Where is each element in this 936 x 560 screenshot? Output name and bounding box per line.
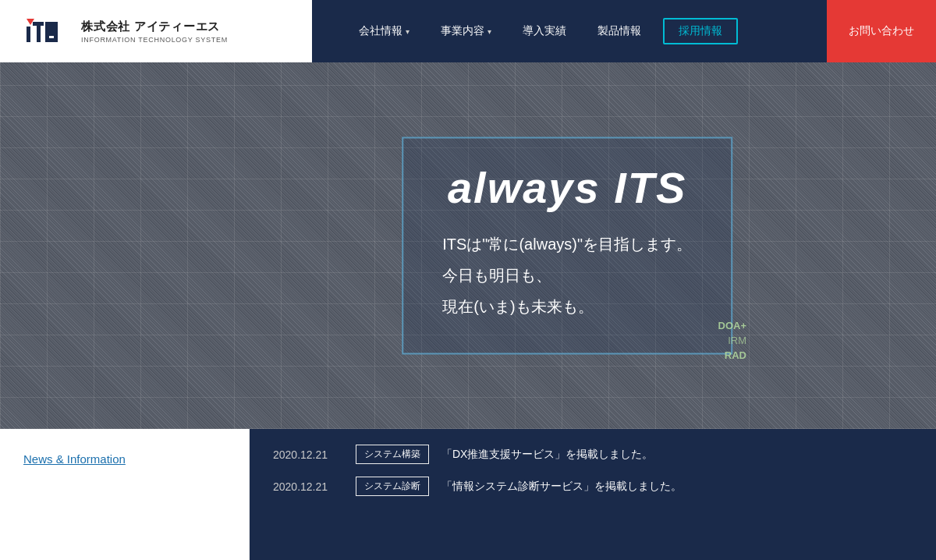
hero-section: always ITS ITSは"常に(always)"を目指します。 今日も明日…: [0, 62, 936, 429]
hero-box: always ITS ITSは"常に(always)"を目指します。 今日も明日…: [402, 137, 732, 355]
header: 株式会社 アイティーエス INFORMATION TECHNOLOGY SYST…: [0, 0, 936, 62]
hero-title: always ITS: [442, 162, 692, 213]
hero-content: always ITS ITSは"常に(always)"を目指します。 今日も明日…: [402, 137, 732, 355]
chevron-down-icon: ▾: [406, 27, 410, 36]
news-content: 2020.12.21 システム構築 「DX推進支援サービス」を掲載しました。 2…: [250, 429, 936, 560]
svg-rect-1: [27, 27, 30, 42]
logo-icon: [23, 16, 72, 47]
hero-line3: 現在(いま)も未来も。: [442, 291, 692, 322]
hero-line1: ITSは"常に(always)"を目指します。: [442, 229, 692, 260]
nav-contact-button[interactable]: お問い合わせ: [827, 0, 936, 62]
nav-item-company[interactable]: 会社情報 ▾: [343, 0, 425, 62]
svg-rect-3: [37, 26, 41, 42]
company-subtitle: INFORMATION TECHNOLOGY SYSTEM: [81, 36, 228, 44]
main-nav: 会社情報 ▾ 事業内容 ▾ 導入実績 製品情報 採用情報 お問い合わせ: [312, 0, 936, 62]
nav-item-business[interactable]: 事業内容 ▾: [425, 0, 507, 62]
news-date-1: 2020.12.21: [273, 448, 343, 461]
hero-line2: 今日も明日も、: [442, 260, 692, 291]
company-name: 株式会社 アイティーエス: [81, 19, 228, 34]
news-row-2: 2020.12.21 システム診断 「情報システム診断サービス」を掲載しました。: [273, 477, 913, 496]
hero-tags: DOA+ IRM RAD: [718, 320, 746, 361]
logo-text-block: 株式会社 アイティーエス INFORMATION TECHNOLOGY SYST…: [81, 19, 228, 44]
tag-irm: IRM: [728, 335, 746, 346]
svg-rect-4: [47, 22, 58, 26]
hero-subtitle: ITSは"常に(always)"を目指します。 今日も明日も、 現在(いま)も未…: [442, 229, 692, 322]
news-text-1: 「DX推進支援サービス」を掲載しました。: [441, 448, 653, 462]
logo-area: 株式会社 アイティーエス INFORMATION TECHNOLOGY SYST…: [0, 16, 312, 47]
news-text-2: 「情報システム診断サービス」を掲載しました。: [441, 480, 682, 494]
news-tag-2: システム診断: [356, 477, 429, 496]
news-link[interactable]: News & Information: [23, 452, 126, 466]
nav-item-cases[interactable]: 導入実績: [507, 0, 582, 62]
bottom-section: News & Information 2020.12.21 システム構築 「DX…: [0, 429, 936, 560]
nav-recruit-button[interactable]: 採用情報: [663, 18, 738, 44]
svg-rect-2: [33, 22, 44, 26]
news-tag-1: システム構築: [356, 445, 429, 464]
tag-rad: RAD: [725, 349, 746, 361]
news-sidebar: News & Information: [0, 429, 250, 560]
svg-rect-6: [45, 38, 58, 42]
svg-rect-5: [47, 29, 58, 33]
chevron-down-icon: ▾: [488, 27, 491, 36]
news-row: 2020.12.21 システム構築 「DX推進支援サービス」を掲載しました。: [273, 445, 913, 464]
tag-doa: DOA+: [718, 320, 746, 331]
news-date-2: 2020.12.21: [273, 480, 343, 493]
nav-item-products[interactable]: 製品情報: [582, 0, 657, 62]
